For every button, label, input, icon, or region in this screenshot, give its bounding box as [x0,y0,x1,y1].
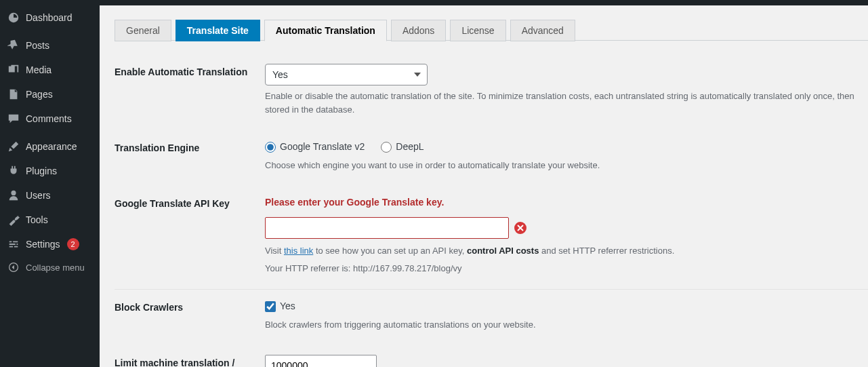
comment-icon [7,112,20,125]
sidebar-item-label: Pages [26,89,53,100]
radio-google[interactable]: Google Translate v2 [265,140,365,155]
plug-icon [7,164,20,178]
tab-translate-site[interactable]: Translate Site [175,20,260,41]
radio-google-label: Google Translate v2 [280,140,365,155]
sidebar-item-plugins[interactable]: Plugins [0,159,100,183]
pin-icon [7,39,20,52]
tab-addons[interactable]: Addons [391,20,446,41]
tab-general[interactable]: General [115,20,171,41]
block-checkbox-row[interactable]: Yes [265,299,868,314]
api-help-link[interactable]: this link [284,246,313,256]
admin-topbar [0,0,868,5]
sidebar-item-settings[interactable]: Settings 2 [0,232,100,256]
radio-deepl[interactable]: DeepL [381,140,423,155]
media-icon [7,63,20,77]
sidebar-item-pages[interactable]: Pages [0,82,100,107]
sidebar-item-posts[interactable]: Posts [0,33,100,58]
enable-desc: Enable or disable the automatic translat… [265,90,868,117]
api-key-input[interactable] [265,217,509,239]
collapse-menu[interactable]: Collapse menu [0,256,100,278]
api-label: Google Translate API Key [115,195,265,210]
sidebar-item-tools[interactable]: Tools [0,208,100,232]
block-checkbox[interactable] [265,301,276,312]
sliders-icon [7,237,20,251]
sidebar-item-label: Settings [26,239,60,250]
sidebar-item-label: Media [26,64,51,75]
row-translation-engine: Translation Engine Google Translate v2 D… [115,130,868,186]
dashboard-icon [7,11,20,24]
sidebar-item-label: Users [26,190,51,201]
api-help: Visit this link to see how you can set u… [265,244,868,258]
sidebar-item-label: Comments [26,113,72,124]
collapse-icon [7,262,20,273]
block-value: Yes [280,299,295,314]
row-api-key: Google Translate API Key Please enter yo… [115,186,868,290]
page-icon [7,88,20,101]
tab-nav: General Translate Site Automatic Transla… [115,19,868,41]
radio-deepl-label: DeepL [396,140,423,155]
row-block-crawlers: Block Crawlers Yes Block crawlers from t… [115,290,868,345]
radio-google-input[interactable] [265,142,276,153]
engine-label: Translation Engine [115,140,265,155]
block-label: Block Crawlers [115,299,265,314]
brush-icon [7,140,20,153]
error-icon [514,222,526,234]
sidebar-item-label: Tools [26,214,48,225]
admin-sidebar: Dashboard Posts Media Pages Comments App… [0,5,100,367]
block-desc: Block crawlers from triggering automatic… [265,318,868,332]
api-error: Please enter your Google Translate key. [265,195,868,210]
sidebar-item-label: Plugins [26,166,57,176]
collapse-label: Collapse menu [26,263,85,273]
enable-select-wrap: Yes [265,64,428,85]
tab-automatic-translation[interactable]: Automatic Translation [264,20,387,41]
user-icon [7,189,20,202]
engine-desc: Choose which engine you want to use in o… [265,159,868,172]
content-area: General Translate Site Automatic Transla… [100,5,868,367]
sidebar-item-label: Appearance [26,141,77,152]
row-limit: Limit machine translation / characters p… [115,345,868,367]
enable-select[interactable]: Yes [265,64,428,85]
enable-label: Enable Automatic Translation [115,64,265,79]
sidebar-item-users[interactable]: Users [0,183,100,208]
radio-deepl-input[interactable] [381,142,392,153]
sidebar-item-label: Posts [26,40,49,51]
api-referrer: Your HTTP referrer is: http://167.99.78.… [265,262,868,275]
sidebar-item-media[interactable]: Media [0,58,100,82]
limit-input[interactable] [265,355,377,367]
sidebar-item-label: Dashboard [26,12,73,23]
limit-label: Limit machine translation / characters p… [115,355,265,367]
sidebar-item-dashboard[interactable]: Dashboard [0,5,100,30]
settings-badge: 2 [67,238,79,250]
sidebar-item-appearance[interactable]: Appearance [0,134,100,159]
tab-license[interactable]: License [450,20,505,41]
wrench-icon [7,213,20,227]
tab-advanced[interactable]: Advanced [510,20,575,41]
sidebar-item-comments[interactable]: Comments [0,107,100,131]
settings-form: Enable Automatic Translation Yes Enable … [115,54,868,367]
row-enable-automatic-translation: Enable Automatic Translation Yes Enable … [115,54,868,130]
